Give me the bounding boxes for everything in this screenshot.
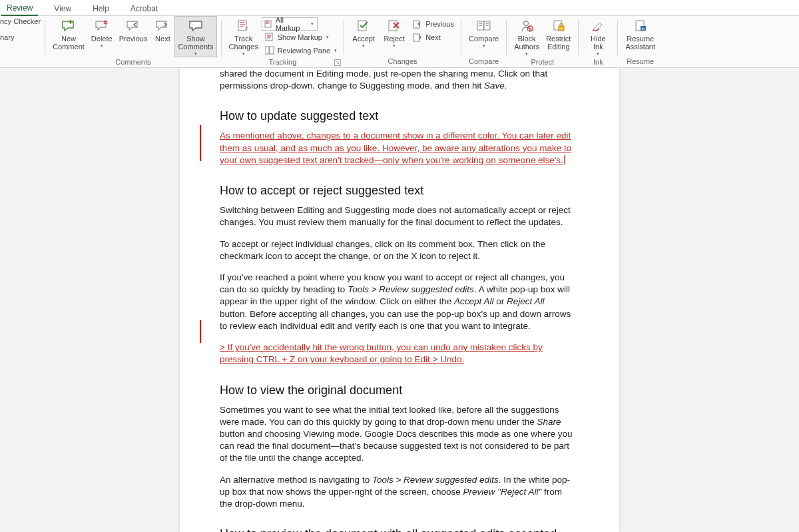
- hide-ink-icon: [590, 18, 606, 34]
- reject-button[interactable]: Reject ▾: [379, 16, 409, 49]
- group-label-resume: Resume: [627, 57, 654, 67]
- group-ink: Hide Ink ▾ Ink: [580, 16, 616, 67]
- track-change-marker[interactable]: [200, 125, 201, 161]
- reviewing-pane-icon: [264, 45, 275, 56]
- group-resume: in Resume Assistant Resume: [619, 16, 661, 67]
- heading-accept: How to accept or reject suggested text: [220, 184, 573, 198]
- display-for-review-dropdown[interactable]: All Markup ▾: [262, 17, 318, 31]
- body-paragraph: Switching between Editing and Suggesting…: [220, 204, 573, 228]
- previous-comment-button[interactable]: Previous: [116, 16, 151, 43]
- group-label-compare: Compare: [469, 57, 499, 67]
- heading-preview: How to preview the document with all sug…: [220, 527, 573, 532]
- track-changes-button[interactable]: Track Changes ▾: [226, 16, 262, 57]
- body-paragraph-suggested: > If you've accidentally hit the wrong b…: [220, 342, 573, 366]
- next-comment-button[interactable]: Next: [150, 16, 174, 43]
- restrict-editing-icon: [551, 18, 567, 34]
- svg-rect-5: [358, 21, 366, 31]
- prev-comment-icon: [125, 18, 141, 34]
- text-cursor: [564, 155, 565, 164]
- group-changes: Accept ▾ Reject ▾ Previous: [346, 16, 459, 67]
- body-paragraph: shared the document in Editing mode, jus…: [220, 68, 573, 92]
- tab-acrobat[interactable]: Acrobat: [125, 1, 163, 15]
- svg-rect-8: [413, 34, 419, 41]
- group-label-changes: Changes: [388, 57, 417, 67]
- tab-review[interactable]: Review: [1, 1, 38, 16]
- svg-text:in: in: [641, 27, 645, 31]
- delete-comment-icon: [94, 18, 110, 34]
- dictionary-partial[interactable]: nary: [0, 33, 14, 41]
- markup-dropdown-icon: [262, 20, 274, 28]
- body-paragraph: If you've reached a point where you know…: [220, 272, 573, 332]
- group-comments: New Comment Delete ▾ Previous Next: [47, 16, 219, 67]
- prev-change-icon: [412, 19, 423, 29]
- reviewing-pane-button[interactable]: Reviewing Pane ▾: [262, 44, 340, 57]
- group-label-tracking: Tracking: [268, 57, 296, 67]
- group-label-comments: Comments: [115, 57, 150, 67]
- resume-assistant-button[interactable]: in Resume Assistant: [622, 16, 659, 51]
- next-change-button[interactable]: Next: [409, 31, 457, 44]
- block-authors-button[interactable]: Block Authors ▾: [511, 16, 543, 57]
- new-comment-icon: [61, 18, 77, 34]
- show-comments-icon: [188, 18, 204, 34]
- svg-point-11: [524, 21, 529, 26]
- group-protect: Block Authors ▾ Restrict Editing Protect: [508, 16, 577, 67]
- group-compare: Compare ▾ Compare: [463, 16, 505, 67]
- menu-tabs: Review View Help Acrobat: [0, 0, 799, 16]
- restrict-editing-button[interactable]: Restrict Editing: [543, 16, 574, 51]
- group-label-ink: Ink: [593, 57, 603, 67]
- document-page[interactable]: shared the document in Editing mode, jus…: [180, 68, 619, 532]
- next-change-icon: [412, 32, 423, 43]
- ribbon: ncy Checker nary New Comment Delete ▾: [0, 16, 799, 68]
- show-markup-button[interactable]: Show Markup ▾: [262, 31, 340, 44]
- show-comments-button[interactable]: Show Comments ▾: [174, 16, 216, 57]
- track-changes-icon: [236, 18, 252, 34]
- group-tracking: Track Changes ▾ All Markup ▾ Show Markup: [223, 16, 343, 67]
- previous-change-button[interactable]: Previous: [409, 17, 457, 31]
- body-paragraph: An alternative method is navigating to T…: [220, 474, 573, 511]
- body-paragraph: Sometimes you want to see what the initi…: [220, 404, 573, 465]
- next-comment-icon: [154, 18, 170, 34]
- svg-rect-14: [559, 26, 564, 31]
- hide-ink-button[interactable]: Hide Ink ▾: [583, 16, 613, 57]
- svg-rect-0: [238, 21, 246, 31]
- track-change-marker[interactable]: [200, 320, 201, 343]
- document-area[interactable]: shared the document in Editing mode, jus…: [0, 68, 799, 532]
- delete-comment-button[interactable]: Delete ▾: [88, 16, 116, 49]
- body-paragraph-suggested: As mentioned above, changes to a documen…: [220, 130, 573, 166]
- accessibility-checker-partial[interactable]: ncy Checker: [0, 17, 41, 25]
- heading-update: How to update suggested text: [220, 109, 573, 123]
- body-paragraph: To accept or reject individual changes, …: [220, 238, 573, 262]
- tracking-dialog-launcher[interactable]: ↘: [334, 59, 341, 66]
- tab-view[interactable]: View: [49, 1, 77, 15]
- group-label-protect: Protect: [531, 57, 554, 67]
- resume-assistant-icon: in: [633, 18, 649, 34]
- heading-view: How to view the original document: [220, 384, 573, 398]
- reject-icon: [386, 18, 402, 34]
- accept-button[interactable]: Accept ▾: [348, 16, 379, 49]
- show-markup-icon: [264, 32, 275, 43]
- compare-icon: [476, 18, 492, 34]
- compare-button[interactable]: Compare ▾: [465, 16, 502, 49]
- tab-help[interactable]: Help: [87, 1, 115, 15]
- block-authors-icon: [519, 18, 535, 34]
- accept-icon: [356, 18, 372, 34]
- svg-rect-3: [265, 47, 269, 54]
- new-comment-button[interactable]: New Comment: [49, 16, 88, 51]
- svg-rect-4: [270, 47, 274, 54]
